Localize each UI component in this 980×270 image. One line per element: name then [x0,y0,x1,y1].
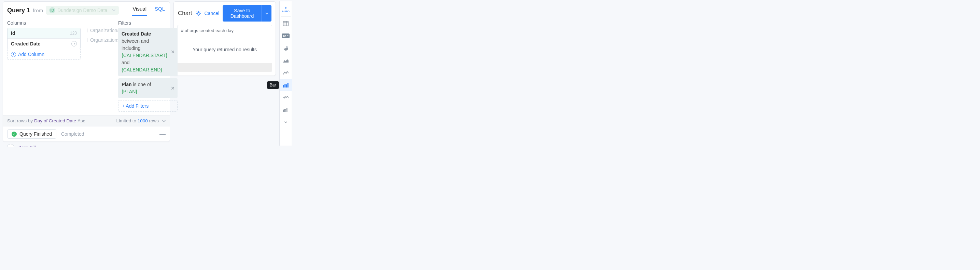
filters-header: Filters [118,20,178,26]
rail-pie-icon[interactable] [280,42,292,54]
query-panel: Query 1 from ID Dundersign Demo Data Vis… [3,2,170,142]
step-label: Zero Fill [18,145,36,147]
chart-type-rail: ✦AUTO 12 ^ Bar [279,2,292,145]
table-icon [87,28,88,32]
add-filter-label: + Add Filters [122,103,148,109]
svg-rect-4 [283,22,288,26]
badge-12: 12 ^ [282,34,290,38]
query-header: Query 1 from ID Dundersign Demo Data Vis… [3,2,170,18]
chart-footer [178,63,272,72]
column-source[interactable]: Organizations [87,28,114,33]
sort-bar: Sort rows by Day of Created Date Asc Lim… [3,115,170,126]
chart-title: Chart [178,10,192,17]
svg-rect-10 [286,85,287,88]
query-title: Query 1 [7,7,30,14]
svg-rect-9 [285,84,285,88]
data-source-avatar: ID [49,7,55,13]
chart-body: # of orgs created each day Your query re… [177,25,272,72]
svg-rect-8 [283,85,284,88]
tab-sql[interactable]: SQL [154,5,165,16]
filter-plan[interactable]: Plan is one of {PLAN} ✕ [118,78,178,98]
rail-bar-icon[interactable]: Bar [280,79,292,91]
rail-auto[interactable]: ✦AUTO [280,3,292,16]
limit-text: Limited to 1000 rows [116,118,159,123]
remove-filter-icon[interactable]: ✕ [171,48,175,56]
svg-point-3 [197,13,199,14]
remove-filter-icon[interactable]: ✕ [171,85,175,92]
gear-icon[interactable] [196,11,201,16]
add-column-label: Add Column [18,52,45,57]
rail-single-value-icon[interactable]: 12 ^ [280,30,292,42]
filter-joiner: and [122,60,129,65]
column-source-label: Organizations [90,28,119,33]
query-status-pill[interactable]: ✓ Query Finished [7,129,56,139]
collapse-icon[interactable]: — [159,131,165,138]
tooltip-bar: Bar [267,81,279,89]
chart-panel: Chart Cancel Save to Dashboard # of orgs… [173,2,276,76]
filter-param: {PLAN} [122,89,137,94]
editor-tabs: Visual SQL [132,5,165,16]
filter-operator: is one of [133,81,151,87]
tab-visual[interactable]: Visual [132,5,147,16]
rail-spark-bar-icon[interactable] [280,104,292,116]
column-type-number: 123 [70,31,77,35]
cancel-button[interactable]: Cancel [205,11,220,16]
check-icon: ✓ [12,132,17,137]
filter-param: {CALENDAR.END} [122,67,162,72]
rail-table-icon[interactable] [280,18,292,30]
sort-lead: Sort rows by [7,118,33,123]
sort-direction[interactable]: Asc [78,118,85,123]
rail-more-icon[interactable] [280,116,292,128]
sparkle-icon: ✦ [285,6,287,10]
svg-rect-11 [287,83,288,88]
filter-param: {CALENDAR.START} [122,53,167,58]
status-bar: ✓ Query Finished Completed — [3,126,170,142]
save-button[interactable]: Save to Dashboard [223,5,262,22]
status-text: Completed [61,131,84,137]
columns-table: Id 123 Created Date [7,28,81,49]
rail-area-icon[interactable] [280,54,292,67]
rail-line-icon[interactable] [280,67,292,79]
column-name: Created Date [11,41,40,46]
add-filter-button[interactable]: + Add Filters [118,100,178,112]
add-column-button[interactable]: + Add Column [7,49,81,60]
status-pill-label: Query Finished [19,131,52,137]
step-zero-fill[interactable]: ⌀ Zero Fill [7,144,170,147]
column-row-id[interactable]: Id 123 [8,28,80,38]
limit-value[interactable]: 1000 [138,118,148,123]
filter-operator: between and including [122,38,149,51]
zero-fill-icon: ⌀ [7,144,14,147]
pipeline-steps: ⌀ Zero Fill Chart [7,144,170,147]
chart-header: Chart Cancel Save to Dashboard [174,2,275,25]
from-label: from [33,8,43,13]
column-source-label: Organizations [90,37,119,43]
chevron-down-icon[interactable] [162,120,165,122]
column-name: Id [11,30,15,36]
filter-created-date[interactable]: Created Date between and including {CALE… [118,28,178,76]
columns-header: Columns [7,20,81,26]
column-sources: Organizations Organizations [87,28,114,112]
column-source[interactable]: Organizations [87,37,114,43]
chart-caption: # of orgs created each day [178,25,272,36]
data-source-name: Dundersign Demo Data [57,8,107,13]
filter-field: Created Date [122,31,151,37]
plus-icon: + [11,52,16,57]
filter-field: Plan [122,81,132,87]
chart-empty-message: Your query returned no results [178,36,272,63]
sort-value[interactable]: Day of Created Date [34,118,76,123]
rail-spark-line-icon[interactable] [280,91,292,104]
data-source-chip[interactable]: ID Dundersign Demo Data [46,6,119,15]
save-to-dashboard-button: Save to Dashboard [223,5,272,22]
rail-auto-label: AUTO [282,10,290,13]
column-row-created-date[interactable]: Created Date [8,38,80,49]
save-dropdown-button[interactable] [262,5,272,22]
table-icon [87,38,88,42]
clock-icon [72,41,77,46]
chevron-down-icon [112,9,115,11]
